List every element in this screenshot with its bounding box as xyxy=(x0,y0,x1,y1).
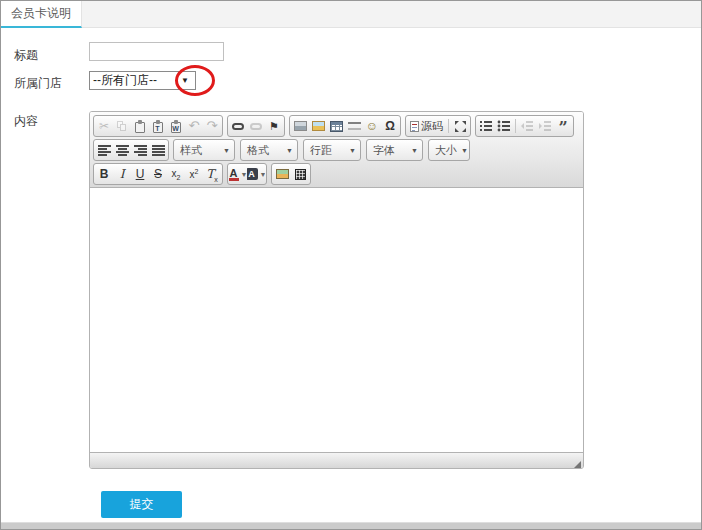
align-center-button[interactable] xyxy=(113,141,131,159)
format-dropdown[interactable]: 格式▼ xyxy=(240,139,298,161)
line-height-dropdown-label: 行距 xyxy=(310,143,332,158)
editor-toolbar: ✂TW↶↷⚑☺Ω源码”样式▼格式▼行距▼字体▼大小▼BIUSx2x2TxA▼A▼ xyxy=(90,112,583,188)
source-button[interactable]: 源码 xyxy=(407,117,446,135)
image-button[interactable] xyxy=(291,117,309,135)
rich-text-editor: ✂TW↶↷⚑☺Ω源码”样式▼格式▼行距▼字体▼大小▼BIUSx2x2TxA▼A▼ xyxy=(89,111,584,469)
superscript-icon: x2 xyxy=(190,168,199,180)
editor-status-bar xyxy=(90,452,583,469)
table-icon xyxy=(330,121,343,132)
strikethrough-icon: S xyxy=(154,167,162,181)
qrcode-button[interactable] xyxy=(291,165,309,183)
subscript-button[interactable]: x2 xyxy=(167,165,185,183)
special-char-icon: Ω xyxy=(385,119,395,133)
toolbar-row-1: ✂TW↶↷⚑☺Ω源码” xyxy=(93,114,580,138)
bullet-list-button[interactable] xyxy=(495,117,513,135)
submit-button[interactable]: 提交 xyxy=(101,491,182,518)
image-upload-button[interactable] xyxy=(309,117,327,135)
paste-word-button[interactable]: W xyxy=(167,117,185,135)
tab-bar: 会员卡说明 xyxy=(1,1,701,28)
anchor-button[interactable]: ⚑ xyxy=(265,117,283,135)
unlink-button xyxy=(247,117,265,135)
horizontal-rule-button[interactable] xyxy=(345,117,363,135)
link-icon xyxy=(232,123,244,130)
remove-format-button[interactable]: Tx xyxy=(203,165,221,183)
toolbar-row-2: 样式▼格式▼行距▼字体▼大小▼ xyxy=(93,138,580,162)
copy-icon xyxy=(117,121,127,132)
paste-word-icon: W xyxy=(171,120,182,133)
cut-icon: ✂ xyxy=(99,119,109,133)
paste-text-icon: T xyxy=(153,120,164,133)
title-input[interactable] xyxy=(89,42,224,61)
editor-content-area[interactable] xyxy=(90,188,583,452)
image-manager-button[interactable] xyxy=(273,165,291,183)
outdent-button xyxy=(518,117,536,135)
toolbar-separator xyxy=(515,119,516,133)
font-dropdown[interactable]: 字体▼ xyxy=(366,139,423,161)
image-manager-icon xyxy=(276,169,289,179)
content-label: 内容 xyxy=(14,113,38,130)
basicstyles-group: BIUSx2x2Tx xyxy=(93,163,223,185)
strikethrough-button[interactable]: S xyxy=(149,165,167,183)
clipboard-group: ✂TW↶↷ xyxy=(93,115,223,137)
align-right-button[interactable] xyxy=(131,141,149,159)
bullet-list-icon xyxy=(497,120,511,132)
maximize-button[interactable] xyxy=(451,117,469,135)
subscript-icon: x2 xyxy=(172,168,181,181)
bg-color-button[interactable]: A▼ xyxy=(247,165,265,183)
font-size-dropdown[interactable]: 大小▼ xyxy=(428,139,470,161)
line-height-dropdown[interactable]: 行距▼ xyxy=(303,139,361,161)
blockquote-button[interactable]: ” xyxy=(554,117,572,135)
chevron-down-icon: ▼ xyxy=(223,147,230,154)
insert-group: ☺Ω xyxy=(289,115,401,137)
source-button-label: 源码 xyxy=(421,119,443,134)
title-label: 标题 xyxy=(14,47,38,64)
toolbar-separator xyxy=(448,119,449,133)
italic-button[interactable]: I xyxy=(113,165,131,183)
justify-button[interactable] xyxy=(149,141,167,159)
store-select[interactable]: --所有门店-- ▼ xyxy=(89,71,196,90)
text-color-button[interactable]: A▼ xyxy=(229,165,247,183)
tab-membership-card-description[interactable]: 会员卡说明 xyxy=(1,1,82,28)
numbered-list-icon xyxy=(479,120,493,132)
store-select-value: --所有门店-- xyxy=(93,72,157,89)
numbered-list-button[interactable] xyxy=(477,117,495,135)
justify-icon xyxy=(152,145,165,156)
special-char-button[interactable]: Ω xyxy=(381,117,399,135)
indent-icon xyxy=(538,120,552,132)
table-button[interactable] xyxy=(327,117,345,135)
link-group: ⚑ xyxy=(227,115,285,137)
chevron-down-icon: ▼ xyxy=(349,147,356,154)
superscript-button[interactable]: x2 xyxy=(185,165,203,183)
resize-handle-icon[interactable] xyxy=(572,461,581,469)
font-dropdown-label: 字体 xyxy=(373,143,395,158)
extra-group xyxy=(271,163,311,185)
copy-button xyxy=(113,117,131,135)
styles-dropdown[interactable]: 样式▼ xyxy=(173,139,235,161)
underline-button[interactable]: U xyxy=(131,165,149,183)
align-left-icon xyxy=(98,145,111,156)
paste-text-button[interactable]: T xyxy=(149,117,167,135)
paste-button[interactable] xyxy=(131,117,149,135)
align-left-button[interactable] xyxy=(95,141,113,159)
store-label: 所属门店 xyxy=(14,75,62,92)
underline-icon: U xyxy=(136,167,145,181)
source-icon xyxy=(410,121,419,132)
chevron-down-icon: ▼ xyxy=(286,147,293,154)
horizontal-scrollbar[interactable] xyxy=(1,522,701,529)
align-right-icon xyxy=(134,145,147,156)
font-size-dropdown-label: 大小 xyxy=(435,143,457,158)
source-group: 源码 xyxy=(405,115,471,137)
membership-card-page: 会员卡说明 标题 所属门店 内容 --所有门店-- ▼ ✂TW↶↷⚑☺Ω源码”样… xyxy=(0,0,702,530)
unlink-icon xyxy=(250,123,262,130)
image-icon xyxy=(294,121,307,131)
bold-button[interactable]: B xyxy=(95,165,113,183)
toolbar-row-3: BIUSx2x2TxA▼A▼ xyxy=(93,162,580,186)
link-button[interactable] xyxy=(229,117,247,135)
anchor-icon: ⚑ xyxy=(269,120,279,133)
outdent-icon xyxy=(520,120,534,132)
smiley-button[interactable]: ☺ xyxy=(363,117,381,135)
indent-button xyxy=(536,117,554,135)
maximize-icon xyxy=(454,120,467,133)
format-dropdown-label: 格式 xyxy=(247,143,269,158)
chevron-down-icon: ▼ xyxy=(461,147,468,154)
